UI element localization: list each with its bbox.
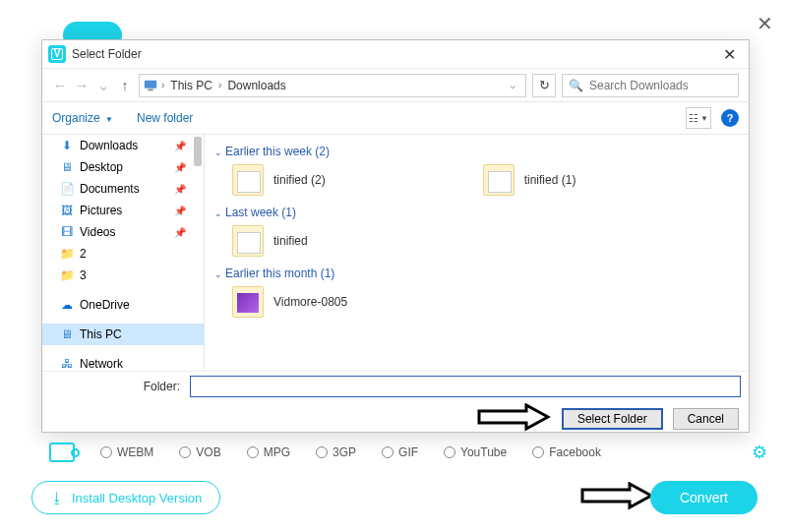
documents-icon: 📄 — [60, 182, 74, 196]
pin-icon: 📌 — [174, 227, 186, 238]
chevron-down-icon: ⌄ — [214, 148, 222, 157]
up-button[interactable]: ↑ — [117, 77, 133, 93]
format-youtube[interactable]: YouTube — [444, 445, 507, 459]
format-facebook[interactable]: Facebook — [532, 445, 601, 459]
tree-item-onedrive[interactable]: ☁OneDrive — [42, 294, 204, 316]
dialog-title: Select Folder — [72, 47, 715, 61]
app-icon: V — [48, 45, 66, 63]
crumb-downloads[interactable]: Downloads — [225, 79, 287, 92]
organize-menu[interactable]: Organize ▼ — [52, 111, 113, 125]
tree-item-documents[interactable]: 📄Documents📌 — [42, 178, 204, 200]
dialog-buttons: Select Folder Cancel — [42, 400, 749, 438]
svg-rect-1 — [148, 89, 152, 90]
pin-icon: 📌 — [174, 206, 186, 216]
onedrive-icon: ☁ — [60, 298, 74, 312]
folder-item[interactable]: tinified — [232, 225, 308, 257]
videos-icon: 🎞 — [60, 225, 74, 239]
radio-icon — [316, 446, 328, 458]
refresh-button[interactable]: ↻ — [532, 74, 556, 97]
folder-icon — [232, 286, 264, 318]
group-header[interactable]: ⌄Earlier this month (1) — [214, 266, 739, 280]
tree-item-folder-2[interactable]: 📁2 — [42, 243, 204, 265]
folder-label: Folder: — [42, 380, 190, 393]
chevron-right-icon: › — [218, 80, 221, 90]
help-button[interactable]: ? — [721, 109, 739, 127]
bottom-bar: ⭳ Install Desktop Version Convert — [31, 481, 757, 514]
pin-icon: 📌 — [174, 162, 186, 173]
chevron-down-icon: ▼ — [105, 115, 113, 124]
search-input[interactable] — [589, 79, 737, 92]
tree-item-folder-3[interactable]: 📁3 — [42, 265, 204, 286]
install-desktop-button[interactable]: ⭳ Install Desktop Version — [31, 481, 220, 514]
close-icon[interactable]: ✕ — [715, 45, 743, 64]
radio-icon — [382, 446, 394, 458]
nav-row: ← → ⌄ ↑ › This PC › Downloads ⌵ ↻ 🔍 — [42, 68, 749, 101]
pc-icon — [144, 79, 157, 92]
radio-icon — [179, 446, 191, 458]
radio-icon — [532, 446, 544, 458]
folder-item[interactable]: tinified (2) — [232, 164, 326, 196]
folder-icon — [232, 164, 264, 196]
crumb-thispc[interactable]: This PC — [168, 79, 214, 92]
folder-item[interactable]: Vidmore-0805 — [232, 286, 347, 318]
download-icon: ⬇ — [60, 139, 74, 152]
tree-item-videos[interactable]: 🎞Videos📌 — [42, 221, 204, 243]
pc-icon: 🖥 — [60, 327, 74, 341]
radio-icon — [444, 446, 455, 458]
convert-button[interactable]: Convert — [650, 481, 757, 514]
chevron-down-icon: ⌄ — [214, 269, 222, 279]
format-vob[interactable]: VOB — [179, 445, 220, 459]
cancel-button[interactable]: Cancel — [673, 408, 739, 430]
pin-icon: 📌 — [174, 184, 186, 195]
titlebar: V Select Folder ✕ — [42, 40, 749, 68]
chevron-down-icon: ⌄ — [214, 208, 222, 218]
tree-item-downloads[interactable]: ⬇Downloads📌 — [42, 135, 204, 156]
tree-item-desktop[interactable]: 🖥Desktop📌 — [42, 156, 204, 178]
format-row: WEBM VOB MPG 3GP GIF YouTube Facebook ⚙ — [49, 441, 767, 464]
radio-icon — [247, 446, 259, 458]
view-options-button[interactable]: ☷ ▼ — [686, 107, 711, 129]
chevron-right-icon: › — [161, 80, 164, 90]
group-header[interactable]: ⌄Last week (1) — [214, 206, 739, 219]
nav-tree: ⬇Downloads📌 🖥Desktop📌 📄Documents📌 🖼Pictu… — [42, 135, 205, 371]
address-bar[interactable]: › This PC › Downloads ⌵ — [139, 74, 526, 97]
format-category-icon[interactable] — [49, 443, 75, 462]
folder-icon — [232, 225, 264, 257]
folder-icon: 📁 — [60, 268, 74, 282]
select-folder-button[interactable]: Select Folder — [562, 408, 663, 430]
format-gif[interactable]: GIF — [382, 445, 418, 459]
folder-icon — [483, 164, 515, 196]
radio-icon — [100, 446, 112, 458]
format-mpg[interactable]: MPG — [247, 445, 290, 459]
group-header[interactable]: ⌄Earlier this week (2) — [214, 145, 739, 158]
toolbar: Organize ▼ New folder ☷ ▼ ? — [42, 101, 749, 135]
pictures-icon: 🖼 — [60, 204, 74, 217]
pin-icon: 📌 — [174, 141, 186, 151]
folder-input-row: Folder: — [42, 371, 749, 400]
settings-gear-icon[interactable]: ⚙ — [752, 442, 767, 463]
address-dropdown[interactable]: ⌵ — [504, 80, 521, 90]
desktop-icon: 🖥 — [60, 160, 74, 174]
format-3gp[interactable]: 3GP — [316, 445, 356, 459]
download-icon: ⭳ — [50, 490, 64, 505]
tree-item-thispc[interactable]: 🖥This PC — [42, 324, 204, 345]
new-folder-button[interactable]: New folder — [137, 111, 193, 125]
folder-content: ⌄Earlier this week (2) tinified (2) tini… — [205, 135, 749, 371]
back-button[interactable]: ← — [52, 77, 68, 93]
forward-button[interactable]: → — [74, 77, 90, 93]
select-folder-dialog: V Select Folder ✕ ← → ⌄ ↑ › This PC › Do… — [41, 39, 750, 433]
format-webm[interactable]: WEBM — [100, 445, 153, 459]
folder-icon: 📁 — [60, 247, 74, 261]
tree-item-pictures[interactable]: 🖼Pictures📌 — [42, 200, 204, 221]
recent-dropdown[interactable]: ⌄ — [95, 77, 111, 94]
search-icon: 🔍 — [569, 79, 583, 92]
folder-input[interactable] — [190, 376, 741, 397]
tree-item-network[interactable]: 🖧Network — [42, 353, 204, 371]
bg-close-icon[interactable]: ✕ — [757, 12, 773, 35]
network-icon: 🖧 — [60, 357, 74, 371]
search-box[interactable]: 🔍 — [562, 74, 739, 97]
folder-item[interactable]: tinified (1) — [483, 164, 576, 196]
svg-rect-0 — [145, 80, 156, 88]
